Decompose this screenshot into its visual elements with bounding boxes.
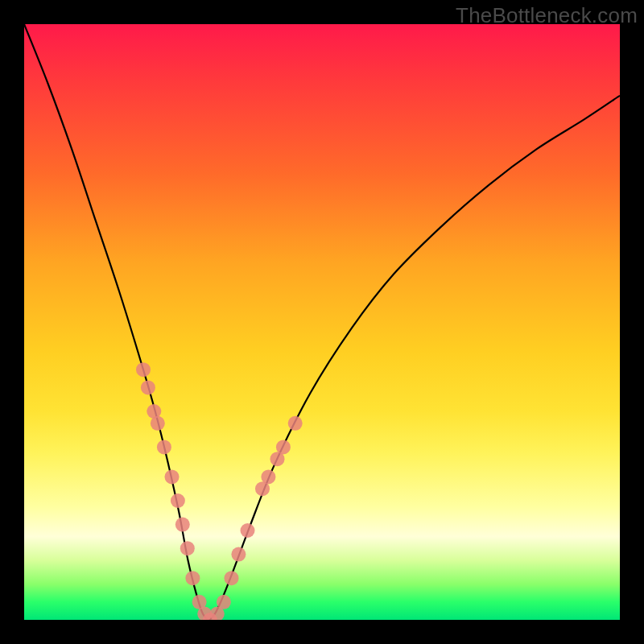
plot-area [24, 24, 620, 620]
data-point [136, 362, 151, 377]
data-point [141, 380, 155, 394]
data-point [157, 440, 171, 454]
chart-frame: TheBottleneck.com [0, 0, 644, 644]
data-point [175, 518, 190, 532]
data-point [171, 493, 185, 508]
curve-layer [24, 24, 620, 620]
data-point [261, 469, 275, 484]
watermark-text: TheBottleneck.com [456, 3, 638, 28]
data-point [288, 416, 303, 431]
data-point [165, 469, 180, 484]
data-point [231, 547, 246, 562]
data-point [241, 523, 255, 538]
data-point [276, 440, 291, 454]
data-point [225, 571, 239, 585]
data-point [151, 416, 165, 431]
data-point [180, 541, 195, 555]
marker-group [136, 362, 303, 620]
data-point [217, 595, 231, 609]
bottleneck-curve [24, 24, 620, 620]
data-point [185, 571, 200, 585]
